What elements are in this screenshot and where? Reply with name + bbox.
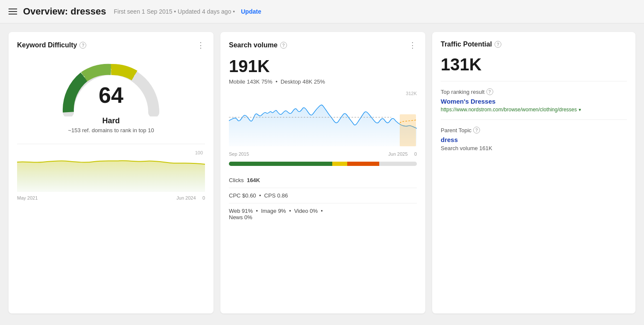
sv-trend-chart <box>229 91 417 146</box>
sv-card-header: Search volume ? ⋮ <box>229 41 417 50</box>
traffic-potential-card: Traffic Potential ? 131K Top ranking res… <box>432 32 635 313</box>
tp-link-title[interactable]: Women's Dresses <box>441 98 627 105</box>
progress-yellow <box>332 162 347 166</box>
svg-text:64: 64 <box>99 83 123 107</box>
search-volume-card: Search volume ? ⋮ 191K Mobile 143K 75% •… <box>220 32 425 313</box>
update-link[interactable]: Update <box>241 8 261 15</box>
progress-gray <box>379 162 417 166</box>
kd-chart-area: 100 May 2021 Jun 2024 0 <box>17 144 205 200</box>
sv-cpc-row: CPC $0.60 • CPS 0.86 <box>229 188 417 203</box>
tp-parent-topic-value[interactable]: dress <box>441 136 627 143</box>
tp-divider-2 <box>441 119 627 120</box>
sv-chart-right-label: Jun 2025 0 <box>388 151 417 157</box>
progress-green <box>229 162 332 166</box>
sv-chart-area: 312K <box>229 91 417 148</box>
kd-card-header: Keyword Difficulty ? ⋮ <box>17 41 205 50</box>
gauge-svg: 64 <box>60 57 162 116</box>
keyword-difficulty-card: Keyword Difficulty ? ⋮ 64 <box>9 32 214 313</box>
page-title: Overview: dresses <box>23 6 106 17</box>
gauge-container: 64 Hard ~153 ref. domains to rank in top… <box>17 57 205 133</box>
kd-chart-labels: May 2021 Jun 2024 0 <box>17 195 205 200</box>
tp-title: Traffic Potential ? <box>441 41 501 48</box>
sv-clicks-row: Clicks 164K <box>229 173 417 188</box>
tp-help-icon[interactable]: ? <box>495 41 501 48</box>
sv-chart-labels: Sep 2015 Jun 2025 0 <box>229 151 417 157</box>
header: Overview: dresses First seen 1 Sep 2015 … <box>0 0 644 23</box>
sv-help-icon[interactable]: ? <box>280 42 287 49</box>
sv-title: Search volume ? <box>229 41 287 49</box>
tp-top-ranking-label: Top ranking result ? <box>441 88 627 95</box>
hamburger-menu[interactable] <box>9 9 17 15</box>
kd-chart-right-label: Jun 2024 0 <box>176 195 205 200</box>
sv-type-row: Web 91% • Image 9% • Video 0% • News 0% <box>229 203 417 225</box>
sv-big-number: 191K <box>229 57 417 76</box>
sv-menu-dots[interactable]: ⋮ <box>409 41 417 50</box>
tp-divider-1 <box>441 81 627 81</box>
tp-parent-topic-label: Parent Topic ? <box>441 127 627 133</box>
kd-menu-dots[interactable]: ⋮ <box>197 41 205 50</box>
tp-card-header: Traffic Potential ? <box>441 41 627 48</box>
kd-trend-chart: 100 <box>17 149 205 192</box>
kd-help-icon[interactable]: ? <box>79 42 86 49</box>
svg-rect-3 <box>400 114 416 146</box>
tp-top-ranking-help-icon[interactable]: ? <box>486 88 493 95</box>
kd-chart-left-label: May 2021 <box>17 195 38 200</box>
progress-orange <box>347 162 379 166</box>
svg-text:100: 100 <box>195 150 203 155</box>
sv-progress-bar <box>229 162 417 166</box>
cards-container: Keyword Difficulty ? ⋮ 64 <box>0 23 644 322</box>
tp-big-number: 131K <box>441 55 627 74</box>
tp-url[interactable]: https://www.nordstrom.com/browse/women/c… <box>441 107 627 113</box>
kd-title: Keyword Difficulty ? <box>17 41 86 49</box>
sv-chart-left-label: Sep 2015 <box>229 151 249 157</box>
header-meta: First seen 1 Sep 2015 • Updated 4 days a… <box>114 8 235 15</box>
tp-parent-topic-help-icon[interactable]: ? <box>473 127 480 133</box>
sv-chart-top-value: 312K <box>406 91 417 96</box>
gauge-sub: ~153 ref. domains to rank in top 10 <box>68 127 154 133</box>
sv-sub: Mobile 143K 75% • Desktop 48K 25% <box>229 78 417 85</box>
dropdown-icon[interactable]: ▾ <box>579 107 581 113</box>
gauge-label: Hard <box>102 116 120 125</box>
tp-parent-topic-sv: Search volume 161K <box>441 145 627 151</box>
